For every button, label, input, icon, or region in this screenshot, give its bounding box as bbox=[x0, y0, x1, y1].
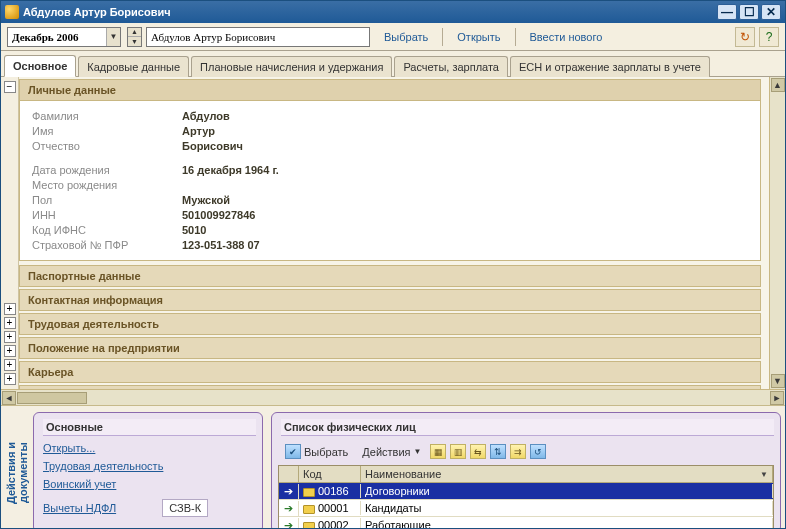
period-input[interactable] bbox=[8, 29, 106, 45]
toolbar-icon-1[interactable]: ▦ bbox=[430, 444, 446, 459]
section-passport[interactable]: Паспортные данные bbox=[19, 265, 761, 287]
minimize-button[interactable]: — bbox=[717, 4, 737, 20]
label-pfr: Страховой № ПФР bbox=[32, 239, 182, 251]
cell-name: Работающие bbox=[361, 518, 773, 529]
person-name-input[interactable] bbox=[146, 27, 370, 47]
szv-button[interactable]: СЗВ-К bbox=[162, 499, 208, 517]
close-button[interactable]: ✕ bbox=[761, 4, 781, 20]
value-birthdate: 16 декабря 1964 г. bbox=[182, 164, 279, 176]
section-contacts[interactable]: Контактная информация bbox=[19, 289, 761, 311]
label-inn: ИНН bbox=[32, 209, 182, 221]
scroll-right-icon[interactable]: ► bbox=[770, 391, 784, 405]
label-birthdate: Дата рождения bbox=[32, 164, 182, 176]
persons-list-title: Список физических лиц bbox=[281, 419, 774, 436]
refresh-icon[interactable]: ↻ bbox=[735, 27, 755, 47]
actions-panel-title: Основные bbox=[43, 419, 256, 436]
cell-name: Договорники bbox=[361, 484, 773, 498]
scroll-down-icon[interactable]: ▼ bbox=[771, 374, 785, 388]
expand-button-4[interactable]: + bbox=[4, 345, 16, 357]
tab-hr[interactable]: Кадровые данные bbox=[78, 56, 189, 77]
expand-button-2[interactable]: + bbox=[4, 317, 16, 329]
th-name[interactable]: Наименование▼ bbox=[361, 466, 773, 482]
link-military[interactable]: Воинский учет bbox=[43, 478, 253, 490]
link-ndfl[interactable]: Вычеты НДФЛ bbox=[43, 502, 116, 514]
chevron-down-icon[interactable]: ▼ bbox=[760, 470, 768, 479]
label-ifns: Код ИФНС bbox=[32, 224, 182, 236]
value-patronymic: Борисович bbox=[182, 140, 243, 152]
tab-calc[interactable]: Расчеты, зарплата bbox=[394, 56, 508, 77]
personal-body: ФамилияАбдулов ИмяАртур ОтчествоБорисови… bbox=[19, 101, 761, 261]
cell-code: 00002 bbox=[299, 518, 361, 529]
label-name: Имя bbox=[32, 125, 182, 137]
period-dropdown-icon[interactable]: ▼ bbox=[106, 28, 120, 46]
value-surname: Абдулов bbox=[182, 110, 230, 122]
cell-name: Кандидаты bbox=[361, 501, 773, 515]
th-indicator[interactable] bbox=[279, 466, 299, 482]
period-select[interactable]: ▼ bbox=[7, 27, 121, 47]
value-sex: Мужской bbox=[182, 194, 230, 206]
app-icon bbox=[5, 5, 19, 19]
select-link[interactable]: Выбрать bbox=[374, 31, 438, 43]
table-row[interactable]: ➔00186Договорники bbox=[279, 483, 773, 500]
scroll-up-icon[interactable]: ▲ bbox=[771, 78, 785, 92]
help-icon[interactable]: ? bbox=[759, 27, 779, 47]
spin-up-icon[interactable]: ▲ bbox=[128, 28, 141, 37]
folder-icon bbox=[303, 522, 315, 529]
table-row[interactable]: ➔00002Работающие bbox=[279, 517, 773, 529]
tab-esn[interactable]: ЕСН и отражение зарплаты в учете bbox=[510, 56, 710, 77]
vertical-scrollbar[interactable]: ▲ ▼ bbox=[769, 77, 785, 389]
th-code[interactable]: Код bbox=[299, 466, 361, 482]
row-marker-icon: ➔ bbox=[279, 518, 299, 530]
link-labor[interactable]: Трудовая деятельность bbox=[43, 460, 253, 472]
expand-button-6[interactable]: + bbox=[4, 373, 16, 385]
list-actions-button[interactable]: Действия ▼ bbox=[357, 444, 426, 460]
section-position[interactable]: Положение на предприятии bbox=[19, 337, 761, 359]
chevron-down-icon: ▼ bbox=[414, 447, 422, 456]
expand-button-5[interactable]: + bbox=[4, 359, 16, 371]
open-link[interactable]: Открыть bbox=[447, 31, 510, 43]
maximize-button[interactable]: ☐ bbox=[739, 4, 759, 20]
expand-button-1[interactable]: + bbox=[4, 303, 16, 315]
tab-plan[interactable]: Плановые начисления и удержания bbox=[191, 56, 392, 77]
cell-code: 00001 bbox=[299, 501, 361, 515]
spin-down-icon[interactable]: ▼ bbox=[128, 37, 141, 46]
list-select-label: Выбрать bbox=[304, 446, 348, 458]
section-career[interactable]: Карьера bbox=[19, 361, 761, 383]
value-pfr: 123-051-388 07 bbox=[182, 239, 260, 251]
expand-button-3[interactable]: + bbox=[4, 331, 16, 343]
section-labor[interactable]: Трудовая деятельность bbox=[19, 313, 761, 335]
tree-gutter: − + + + + + + bbox=[1, 77, 19, 389]
collapse-button[interactable]: − bbox=[4, 81, 16, 93]
horizontal-scrollbar[interactable]: ◄ ► bbox=[1, 389, 785, 405]
period-spinner[interactable]: ▲ ▼ bbox=[127, 27, 142, 47]
side-caption: Действия и документы bbox=[5, 412, 25, 529]
label-birthplace: Место рождения bbox=[32, 179, 182, 191]
folder-icon bbox=[303, 505, 315, 514]
scroll-thumb[interactable] bbox=[17, 392, 87, 404]
toolbar-icon-6[interactable]: ↺ bbox=[530, 444, 546, 459]
list-select-button[interactable]: ✔ Выбрать bbox=[280, 442, 353, 461]
link-open[interactable]: Открыть... bbox=[43, 442, 253, 454]
row-marker-icon: ➔ bbox=[279, 484, 299, 499]
toolbar-icon-5[interactable]: ⇉ bbox=[510, 444, 526, 459]
toolbar-icon-4[interactable]: ⇅ bbox=[490, 444, 506, 459]
section-personal[interactable]: Личные данные bbox=[19, 79, 761, 101]
window-title: Абдулов Артур Борисович bbox=[23, 6, 717, 18]
table-row[interactable]: ➔00001Кандидаты bbox=[279, 500, 773, 517]
value-inn: 501009927846 bbox=[182, 209, 255, 221]
value-name: Артур bbox=[182, 125, 215, 137]
label-surname: Фамилия bbox=[32, 110, 182, 122]
select-icon: ✔ bbox=[285, 444, 301, 459]
folder-icon bbox=[303, 488, 315, 497]
separator bbox=[442, 28, 443, 46]
toolbar-icon-3[interactable]: ⇆ bbox=[470, 444, 486, 459]
tab-main[interactable]: Основное bbox=[4, 55, 76, 77]
value-ifns: 5010 bbox=[182, 224, 206, 236]
cell-code: 00186 bbox=[299, 484, 361, 498]
new-link[interactable]: Ввести нового bbox=[520, 31, 613, 43]
scroll-left-icon[interactable]: ◄ bbox=[2, 391, 16, 405]
separator bbox=[515, 28, 516, 46]
section-org[interactable]: ООО Домстрой bbox=[19, 385, 761, 389]
label-sex: Пол bbox=[32, 194, 182, 206]
toolbar-icon-2[interactable]: ▥ bbox=[450, 444, 466, 459]
